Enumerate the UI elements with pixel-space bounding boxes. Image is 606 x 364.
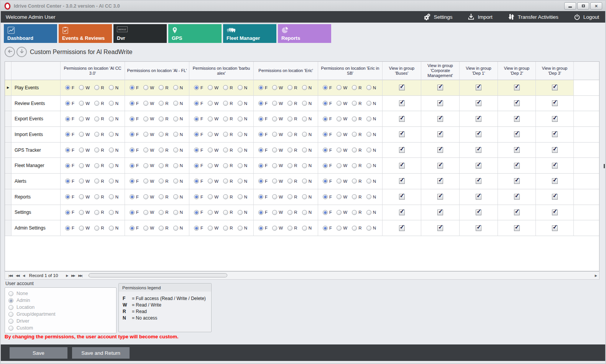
radio-w[interactable] — [337, 179, 342, 184]
radio-f[interactable] — [65, 116, 70, 121]
radio-n[interactable] — [173, 226, 178, 231]
prev-page-button[interactable]: ◀◀ — [16, 274, 19, 277]
radio-f[interactable] — [130, 210, 135, 215]
radio-w[interactable] — [143, 179, 148, 184]
tab-reports[interactable]: Reports — [278, 24, 331, 43]
radio-f[interactable] — [194, 85, 199, 90]
radio-r[interactable] — [352, 85, 357, 90]
radio-f[interactable] — [130, 163, 135, 168]
radio-f[interactable] — [65, 132, 70, 137]
radio-r[interactable] — [287, 226, 292, 231]
radio-w[interactable] — [143, 226, 148, 231]
radio-w[interactable] — [143, 101, 148, 106]
last-record-button[interactable]: ▶▶| — [78, 274, 82, 277]
group-view-checkbox[interactable] — [437, 100, 443, 106]
radio-r[interactable] — [223, 101, 228, 106]
group-view-checkbox[interactable] — [552, 163, 558, 169]
radio-r[interactable] — [223, 163, 228, 168]
radio-f[interactable] — [258, 210, 263, 215]
minimize-button[interactable] — [564, 2, 576, 10]
account-type-radio-none[interactable] — [8, 291, 13, 296]
radio-f[interactable] — [65, 148, 70, 152]
radio-r[interactable] — [94, 194, 99, 199]
radio-f[interactable] — [258, 194, 263, 199]
group-column-header[interactable]: View in group 'Dep 3' — [536, 62, 574, 80]
radio-f[interactable] — [323, 132, 328, 137]
radio-n[interactable] — [109, 148, 114, 152]
radio-n[interactable] — [238, 179, 243, 184]
radio-f[interactable] — [65, 101, 70, 106]
account-type-radio-location[interactable] — [8, 305, 13, 310]
radio-f[interactable] — [323, 101, 328, 106]
group-view-checkbox[interactable] — [399, 225, 405, 231]
radio-w[interactable] — [272, 194, 277, 199]
radio-w[interactable] — [208, 132, 213, 137]
radio-f[interactable] — [194, 194, 199, 199]
group-view-checkbox[interactable] — [437, 225, 443, 231]
radio-f[interactable] — [194, 210, 199, 215]
radio-r[interactable] — [94, 101, 99, 106]
radio-f[interactable] — [130, 132, 135, 137]
radio-f[interactable] — [130, 116, 135, 121]
group-view-checkbox[interactable] — [514, 225, 520, 231]
radio-r[interactable] — [94, 85, 99, 90]
group-view-checkbox[interactable] — [399, 131, 405, 137]
scroll-right-arrow[interactable]: ▶ — [595, 274, 597, 277]
group-view-checkbox[interactable] — [552, 131, 558, 137]
group-view-checkbox[interactable] — [476, 131, 481, 137]
radio-r[interactable] — [159, 226, 164, 231]
radio-r[interactable] — [159, 194, 164, 199]
radio-r[interactable] — [94, 163, 99, 168]
horizontal-scrollbar-thumb[interactable] — [89, 273, 227, 277]
group-view-checkbox[interactable] — [514, 194, 520, 200]
account-type-radio-custom[interactable] — [8, 326, 13, 331]
group-view-checkbox[interactable] — [437, 147, 443, 153]
save-and-return-button[interactable]: Save and Return — [72, 347, 130, 359]
radio-r[interactable] — [94, 210, 99, 215]
group-view-checkbox[interactable] — [437, 194, 443, 200]
radio-f[interactable] — [258, 226, 263, 231]
group-column-header[interactable]: View in group 'Buses' — [383, 62, 421, 80]
radio-n[interactable] — [302, 226, 307, 231]
group-view-checkbox[interactable] — [552, 116, 558, 122]
back-button[interactable] — [5, 47, 15, 57]
radio-w[interactable] — [208, 163, 213, 168]
tab-gps[interactable]: GPS — [168, 24, 222, 43]
radio-r[interactable] — [352, 179, 357, 184]
radio-n[interactable] — [109, 194, 114, 199]
location-column-header[interactable]: Permissions on location 'barbu alex' — [189, 62, 254, 80]
radio-f[interactable] — [323, 85, 328, 90]
radio-w[interactable] — [208, 85, 213, 90]
radio-n[interactable] — [366, 226, 371, 231]
radio-w[interactable] — [208, 148, 213, 152]
group-column-header[interactable]: View in group 'Corporate Management' — [421, 62, 460, 80]
radio-f[interactable] — [194, 179, 199, 184]
group-view-checkbox[interactable] — [399, 116, 405, 122]
radio-f[interactable] — [194, 101, 199, 106]
radio-n[interactable] — [302, 85, 307, 90]
radio-f[interactable] — [323, 194, 328, 199]
radio-w[interactable] — [79, 132, 84, 137]
radio-w[interactable] — [208, 210, 213, 215]
radio-w[interactable] — [79, 101, 84, 106]
group-view-checkbox[interactable] — [552, 147, 558, 153]
radio-r[interactable] — [159, 148, 164, 152]
radio-n[interactable] — [302, 116, 307, 121]
radio-r[interactable] — [94, 132, 99, 137]
radio-r[interactable] — [352, 194, 357, 199]
radio-f[interactable] — [323, 210, 328, 215]
group-view-checkbox[interactable] — [399, 85, 405, 90]
radio-w[interactable] — [272, 163, 277, 168]
radio-n[interactable] — [238, 210, 243, 215]
radio-r[interactable] — [223, 116, 228, 121]
group-view-checkbox[interactable] — [399, 163, 405, 169]
close-button[interactable]: × — [590, 2, 602, 10]
radio-w[interactable] — [272, 116, 277, 121]
radio-r[interactable] — [223, 148, 228, 152]
radio-n[interactable] — [238, 85, 243, 90]
radio-f[interactable] — [65, 226, 70, 231]
group-view-checkbox[interactable] — [552, 225, 558, 231]
radio-f[interactable] — [258, 163, 263, 168]
radio-n[interactable] — [238, 101, 243, 106]
radio-w[interactable] — [337, 210, 342, 215]
